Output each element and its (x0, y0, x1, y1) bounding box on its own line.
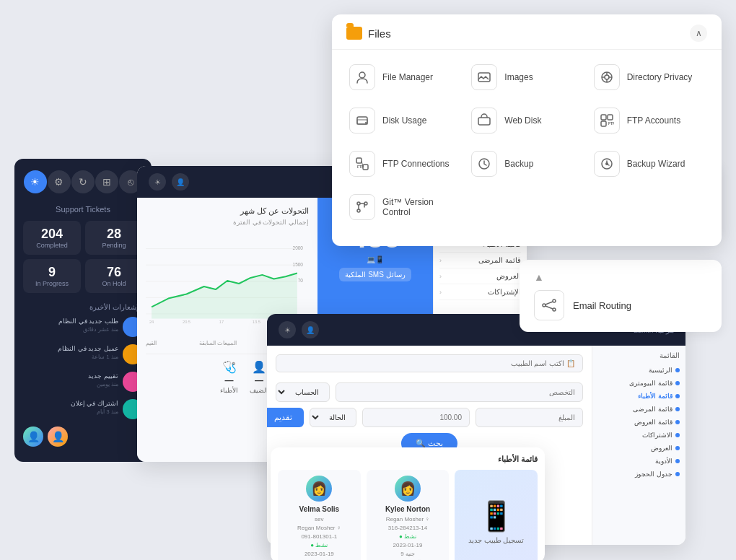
file-item-backup[interactable]: Backup (465, 142, 587, 185)
amount-input[interactable] (476, 408, 583, 427)
email-collapse-btn[interactable]: ▲ (534, 271, 544, 283)
nav-dot-5 (675, 433, 680, 437)
patient-nav-biometric[interactable]: قائمة البيومترى (598, 377, 680, 390)
sidebar-icon-settings[interactable]: ⚙ (48, 170, 71, 193)
specialty-input[interactable] (336, 382, 583, 402)
patient-nav-home[interactable]: الرئيسية (598, 364, 680, 377)
notif-time-1: منذ 1 ساعة (58, 354, 118, 360)
stat-inprogress: 9 In Progress (23, 259, 81, 293)
form-row-2: الحساب (276, 382, 583, 402)
images-icon (471, 64, 497, 90)
stat-onhold: 76 On Hold (85, 259, 143, 293)
status-select[interactable]: الحالة نشط (310, 408, 356, 427)
email-panel: ▲ Email Routing (520, 260, 722, 332)
account-select[interactable]: الحساب (276, 382, 330, 402)
patient-nav-offers[interactable]: قائمة العروض (598, 416, 680, 429)
nav-dot-7 (675, 459, 680, 463)
doctor-icon: 🩺 (222, 360, 237, 374)
sidebar-icon-refresh[interactable]: ↻ (71, 170, 95, 193)
patient-nav-medicines-label: الأدوية (655, 458, 673, 465)
patient-nav-promotions[interactable]: العروض (598, 442, 680, 455)
header-icon-user[interactable]: 👤 (172, 173, 189, 191)
patient-nav-promotions-label: العروض (651, 445, 673, 452)
stat-pending-label: Pending (91, 242, 137, 249)
doctor-info-1: Regan Mosher ♀ 316-284213-14 ● نشط 2023-… (372, 515, 444, 560)
second-header-user-icon[interactable]: 👤 (302, 321, 319, 338)
svg-text:70: 70 (298, 278, 304, 283)
nav-item-patients[interactable]: قائمة المرضى ‹ (439, 253, 521, 268)
file-item-web-disk[interactable]: Web Disk (465, 99, 587, 142)
svg-rect-23 (357, 120, 367, 124)
ftp-connections-label: FTP Connections (382, 159, 450, 169)
svg-point-36 (605, 162, 608, 165)
nav-arrow-4: ‹ (439, 273, 442, 280)
nav-dot-3 (675, 407, 680, 411)
svg-point-41 (543, 304, 546, 307)
doctors-list-card: قائمة الأطباء 👩 Velma Solis sev Regan Mo… (271, 447, 545, 560)
doctors-list-title: قائمة الأطباء (278, 455, 538, 464)
svg-rect-26 (601, 115, 606, 120)
email-routing-item[interactable]: Email Routing (534, 290, 707, 320)
file-item-images[interactable]: Images (465, 56, 587, 99)
svg-text:17: 17 (219, 320, 224, 324)
folder-icon (346, 27, 362, 40)
files-grid: File Manager Images (332, 50, 722, 235)
patient-nav-medicines[interactable]: الأدوية (598, 455, 680, 468)
patient-nav-subscriptions[interactable]: الاشتراكات (598, 429, 680, 442)
notif-text-0: طلب جديد في النظام (58, 317, 118, 326)
git-icon (349, 194, 375, 220)
header-icon-sun[interactable]: ☀ (149, 173, 166, 191)
sidebar-icon-home[interactable]: ☀ (24, 170, 47, 193)
directory-privacy-label: Directory Privacy (627, 72, 693, 82)
file-item-ftp-accounts[interactable]: FTP FTP Accounts (588, 99, 710, 142)
nav-item-patients-label: قائمة المرضى (478, 256, 521, 264)
files-collapse-btn[interactable]: ∧ (690, 25, 707, 42)
svg-rect-28 (601, 121, 606, 126)
svg-point-42 (553, 299, 556, 302)
stat-completed-num: 204 (29, 227, 75, 242)
file-item-directory-privacy[interactable]: Directory Privacy (588, 56, 710, 99)
svg-line-44 (546, 302, 553, 305)
backup-wizard-label: Backup Wizard (627, 159, 685, 169)
doctor-card-0: 👩 Velma Solis sev Regan Mosher ♀ 091-801… (278, 470, 361, 560)
svg-text:20.5: 20.5 (183, 320, 190, 324)
file-item-ftp-connections[interactable]: FTP FTP Connections (343, 142, 465, 185)
nav-item-subscriptions[interactable]: الإشتراكات ‹ (439, 284, 521, 300)
svg-marker-8 (152, 273, 297, 318)
form-row-3: الحالة نشط تقديم ✕ ✎ (276, 408, 583, 427)
patient-nav-area: القائمة الرئيسية قائمة البيومترى قائمة ا… (592, 346, 685, 545)
sms-badge: رسائل SMS الملكية (339, 268, 411, 281)
patient-nav-schedule[interactable]: جدول الحجوز (598, 468, 680, 481)
files-panel-title: Files (346, 27, 391, 40)
sidebar-icon-grid[interactable]: ⊞ (95, 170, 118, 193)
files-panel: Files ∧ File Manager Images (332, 14, 722, 246)
notif-text-2: تقييم جديد (88, 372, 118, 381)
sidebar-bottom-users: 👤 👤 (23, 426, 143, 447)
stat-doctors: 🩺 — الأطباء (220, 360, 238, 394)
doctor-label: الأطباء (220, 387, 238, 394)
user-avatar-2: 👤 (48, 426, 68, 447)
stats-grid: 204 Completed 28 Pending 9 In Progress 7… (23, 221, 143, 293)
guest-icon: 👤 (252, 360, 266, 374)
count-input[interactable] (362, 408, 470, 427)
files-title-text: Files (368, 27, 391, 40)
submit-btn[interactable]: تقديم (267, 408, 304, 427)
patient-nav-doctors[interactable]: قائمة الأطباء (598, 390, 680, 403)
ftp-accounts-icon: FTP (594, 108, 620, 134)
patient-nav-subscriptions-label: الاشتراكات (642, 432, 673, 439)
file-item-disk-usage[interactable]: Disk Usage (343, 99, 465, 142)
file-item-backup-wizard[interactable]: Backup Wizard (588, 142, 710, 185)
nav-item-offers[interactable]: العروض ‹ (439, 268, 521, 284)
patient-nav-patients[interactable]: قائمة المرضى (598, 403, 680, 416)
nav-dot-6 (675, 446, 680, 450)
chart-subtitle: إجمالي التحولات في الفترة (146, 219, 309, 226)
doctor-name-1: Kylee Norton (372, 505, 444, 513)
second-header-sun-icon[interactable]: ☀ (279, 321, 296, 338)
svg-point-17 (605, 75, 609, 79)
file-item-file-manager[interactable]: File Manager (343, 56, 465, 99)
doctor-name-input[interactable] (276, 354, 583, 372)
support-tickets-title: Support Tickets (23, 205, 143, 214)
file-manager-icon (349, 64, 375, 90)
file-item-git[interactable]: Git™ Version Control (343, 185, 465, 229)
doctors-grid: 👩 Velma Solis sev Regan Mosher ♀ 091-801… (278, 470, 538, 560)
